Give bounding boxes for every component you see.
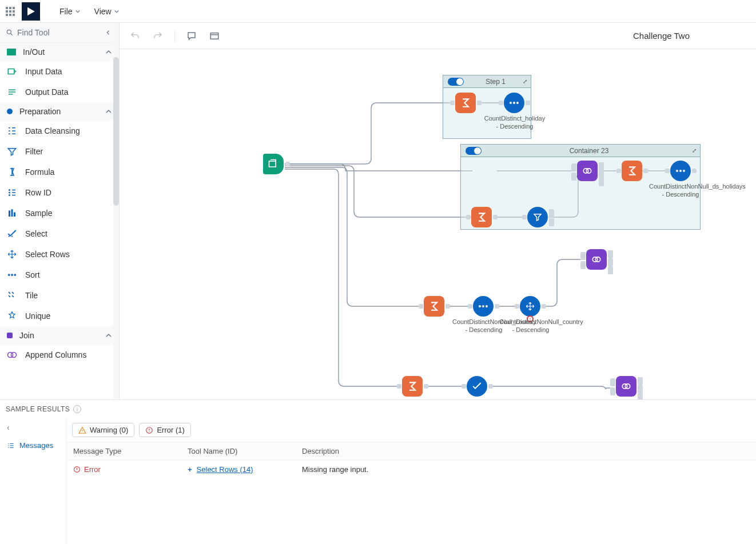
menu-view[interactable]: View: [90, 3, 124, 19]
tool-filter[interactable]: Filter: [0, 141, 119, 162]
svg-point-21: [513, 102, 515, 104]
anchor-out[interactable]: [549, 218, 554, 226]
anchor-in[interactable]: [580, 261, 586, 269]
expand-icon[interactable]: +: [188, 465, 192, 474]
anchor-out[interactable]: [692, 169, 697, 173]
anchor-out[interactable]: [542, 304, 546, 309]
tool-sample[interactable]: Sample: [0, 203, 119, 223]
anchor-in[interactable]: [466, 215, 471, 219]
tool-label: Filter: [25, 147, 43, 156]
anchor-in[interactable]: [419, 304, 423, 309]
anchor-out[interactable]: [608, 258, 613, 266]
category-in-out[interactable]: In/Out: [0, 43, 119, 61]
container-toggle[interactable]: [448, 78, 464, 86]
node-join[interactable]: [577, 161, 598, 181]
tool-select-rows[interactable]: Select Rows: [0, 244, 119, 265]
workflow-canvas[interactable]: Step 1 ⤢ CountDistinct_holiday - Descend…: [120, 49, 756, 399]
node-summarize[interactable]: [455, 93, 476, 113]
anchor-in[interactable]: [665, 169, 670, 173]
app-logo[interactable]: [22, 2, 40, 21]
anchor-in[interactable]: [610, 387, 615, 395]
tool-append-columns[interactable]: Append Columns: [0, 345, 119, 365]
node-join[interactable]: [586, 249, 607, 270]
anchor-out[interactable]: [445, 304, 450, 309]
anchor-out[interactable]: [599, 170, 604, 178]
node-select[interactable]: [467, 376, 487, 397]
node-summarize[interactable]: [471, 207, 492, 227]
node-summarize[interactable]: [424, 296, 444, 317]
anchor-in[interactable]: [468, 304, 472, 309]
collapse-icon[interactable]: ⤢: [523, 78, 527, 85]
error-chip[interactable]: Error (1): [139, 423, 190, 437]
anchor-in[interactable]: [580, 252, 586, 260]
apps-grid-icon[interactable]: [5, 6, 17, 17]
anchor-out[interactable]: [638, 393, 643, 399]
node-sort[interactable]: [504, 93, 524, 113]
anchor-in[interactable]: [522, 215, 527, 219]
container-toggle[interactable]: [465, 147, 482, 155]
anchor-out[interactable]: [488, 384, 493, 389]
anchor-in[interactable]: [616, 169, 621, 173]
tool-formula[interactable]: Formula: [0, 162, 119, 182]
anchor-out[interactable]: [285, 162, 290, 166]
anchor-in[interactable]: [515, 304, 519, 309]
node-sort[interactable]: [473, 296, 494, 317]
warning-chip[interactable]: Warning (0): [72, 423, 134, 437]
tool-tile[interactable]: Tile: [0, 285, 119, 306]
scrollbar-thumb[interactable]: [113, 57, 119, 206]
anchor-out[interactable]: [599, 162, 604, 170]
anchor-in[interactable]: [499, 101, 503, 105]
anchor-out[interactable]: [608, 250, 613, 258]
tool-data-cleansing[interactable]: Data Cleansing: [0, 121, 119, 141]
info-icon[interactable]: i: [73, 405, 81, 413]
anchor-out[interactable]: [526, 101, 530, 105]
tool-select[interactable]: Select: [0, 223, 119, 244]
anchor-out[interactable]: [608, 266, 613, 274]
collapse-sidebar-button[interactable]: [103, 27, 113, 38]
anchor-out[interactable]: [638, 385, 643, 393]
find-tool-input[interactable]: Find Tool: [6, 28, 98, 37]
node-summarize[interactable]: [402, 376, 423, 397]
message-row[interactable]: Error + Select Rows (14) Missing range i…: [66, 461, 756, 478]
list-icon: [7, 442, 15, 450]
tool-input-data[interactable]: Input Data: [0, 61, 119, 82]
anchor-out[interactable]: [424, 384, 428, 389]
anchor-out[interactable]: [549, 209, 554, 217]
anchor-in[interactable]: [571, 173, 576, 181]
undo-button[interactable]: [129, 30, 141, 42]
anchor-in[interactable]: [571, 163, 576, 171]
node-sort[interactable]: [670, 161, 691, 181]
anchor-in[interactable]: [461, 384, 466, 389]
comment-button[interactable]: [185, 30, 198, 42]
tool-unique[interactable]: Unique: [0, 306, 119, 326]
message-tool-link[interactable]: Select Rows (14): [197, 465, 253, 474]
messages-tab[interactable]: Messages: [3, 438, 62, 453]
tool-sort[interactable]: Sort: [0, 265, 119, 285]
tool-output-data[interactable]: Output Data: [0, 82, 119, 102]
anchor-in[interactable]: [610, 378, 615, 386]
menu-file[interactable]: File: [55, 3, 85, 19]
anchor-out[interactable]: [638, 377, 643, 385]
container-button[interactable]: [208, 30, 221, 42]
anchor-out[interactable]: [477, 101, 482, 105]
category-preparation[interactable]: Preparation: [0, 102, 119, 121]
col-tool-name: Tool Name (ID): [188, 447, 302, 455]
svg-point-26: [679, 170, 682, 172]
node-input-data[interactable]: [263, 154, 284, 174]
anchor-out[interactable]: [599, 178, 604, 186]
redo-button[interactable]: [152, 30, 164, 42]
anchor-in[interactable]: [450, 101, 455, 105]
category-join[interactable]: Join: [0, 326, 119, 345]
collapse-icon[interactable]: ⤢: [692, 147, 697, 154]
results-collapse-button[interactable]: ‹: [3, 423, 13, 432]
node-summarize[interactable]: [622, 161, 642, 181]
node-select-rows[interactable]: [520, 296, 540, 317]
anchor-out[interactable]: [495, 304, 499, 309]
anchor-in[interactable]: [397, 384, 401, 389]
node-filter[interactable]: [527, 207, 548, 227]
anchor-out[interactable]: [493, 215, 498, 219]
node-join[interactable]: [616, 376, 636, 397]
col-description: Description: [302, 447, 749, 455]
anchor-out[interactable]: [643, 169, 648, 173]
tool-row-id[interactable]: Row ID: [0, 182, 119, 203]
